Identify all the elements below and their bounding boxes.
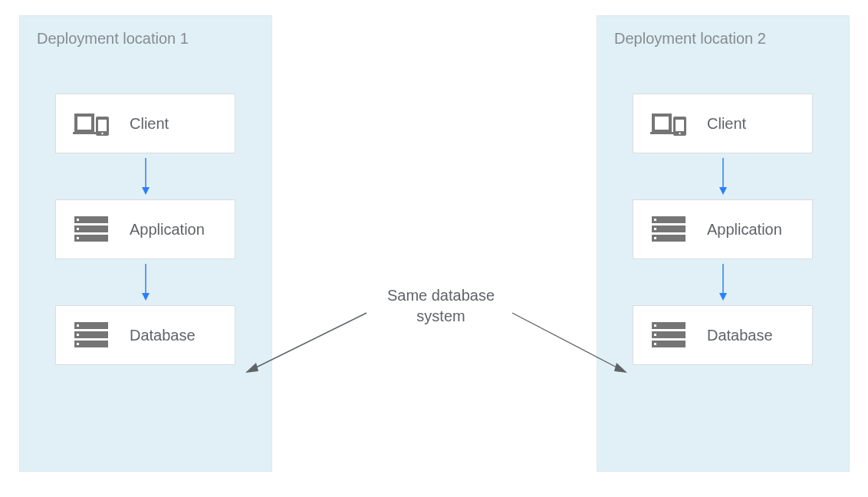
deployment-location-2: Deployment location 2 Client [597, 15, 850, 472]
tier-label: Client [707, 115, 746, 133]
svg-marker-23 [719, 187, 727, 195]
flow-arrow-icon [140, 156, 151, 196]
svg-rect-7 [74, 225, 108, 232]
server-icon [73, 214, 110, 245]
server-icon [73, 320, 110, 351]
application-box-2: Application [633, 199, 813, 259]
svg-rect-18 [77, 343, 79, 345]
database-box-2: Database [633, 305, 813, 365]
svg-rect-9 [74, 235, 108, 242]
location-2-title: Deployment location 2 [614, 30, 832, 48]
svg-rect-14 [77, 324, 79, 327]
tier-label: Client [130, 115, 169, 133]
database-box-1: Database [55, 305, 235, 365]
svg-point-2 [101, 133, 103, 134]
tier-label: Database [707, 327, 773, 344]
server-icon [650, 214, 687, 245]
svg-rect-28 [652, 235, 686, 242]
flow-arrow-icon [140, 262, 151, 302]
center-annotation: Same database system [376, 285, 506, 327]
svg-rect-5 [74, 216, 108, 223]
svg-rect-33 [654, 324, 656, 327]
svg-rect-15 [74, 331, 108, 338]
svg-marker-4 [142, 187, 150, 195]
location-1-title: Deployment location 1 [37, 30, 255, 48]
tier-label: Application [130, 221, 205, 239]
client-box-1: Client [55, 94, 235, 153]
server-icon [650, 320, 687, 351]
svg-rect-24 [652, 216, 686, 223]
svg-point-21 [679, 133, 680, 134]
application-box-1: Application [55, 199, 235, 259]
svg-rect-16 [77, 334, 79, 336]
svg-rect-13 [74, 322, 108, 329]
svg-rect-35 [654, 334, 656, 336]
svg-rect-8 [77, 228, 79, 230]
svg-rect-26 [652, 225, 686, 232]
svg-rect-6 [77, 219, 79, 221]
svg-marker-31 [719, 293, 727, 301]
svg-rect-10 [77, 237, 79, 239]
flow-arrow-icon [718, 262, 728, 302]
svg-rect-17 [74, 341, 108, 347]
svg-rect-29 [654, 237, 656, 239]
flow-arrow-icon [718, 156, 728, 196]
svg-rect-36 [652, 341, 686, 347]
device-icon [73, 108, 110, 139]
tier-label: Database [130, 327, 196, 344]
client-box-2: Client [633, 94, 813, 153]
device-icon [650, 108, 687, 139]
svg-rect-37 [654, 343, 656, 345]
tier-label: Application [707, 221, 782, 239]
svg-rect-1 [98, 120, 107, 131]
svg-rect-20 [676, 120, 684, 131]
svg-rect-32 [652, 322, 686, 329]
svg-rect-34 [652, 331, 686, 338]
svg-rect-27 [654, 228, 656, 230]
svg-rect-25 [654, 219, 656, 221]
svg-marker-12 [142, 293, 150, 301]
deployment-location-1: Deployment location 1 Client [19, 15, 272, 472]
